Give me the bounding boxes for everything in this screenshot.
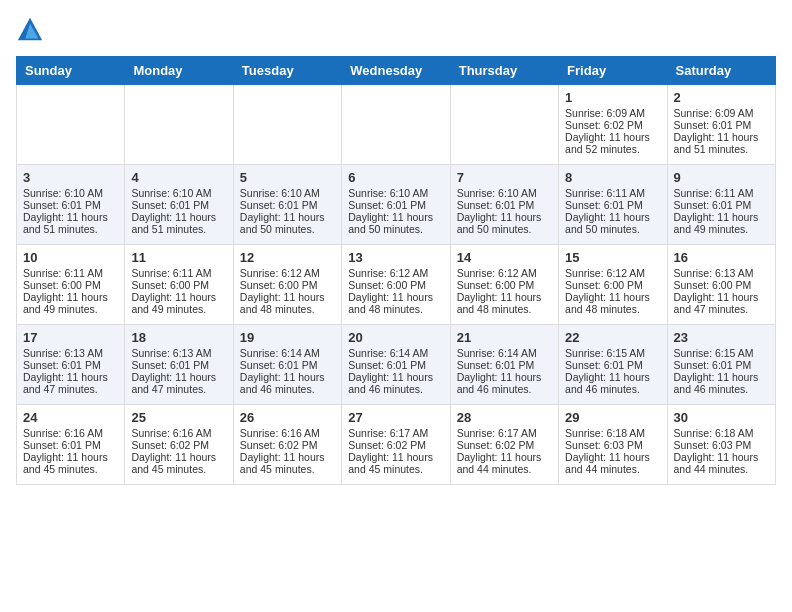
day-number: 14 [457, 250, 552, 265]
calendar-cell: 2Sunrise: 6:09 AMSunset: 6:01 PMDaylight… [667, 85, 775, 165]
day-info-line: Sunrise: 6:10 AM [131, 187, 226, 199]
calendar-cell: 21Sunrise: 6:14 AMSunset: 6:01 PMDayligh… [450, 325, 558, 405]
day-info-line: Sunrise: 6:10 AM [457, 187, 552, 199]
day-number: 9 [674, 170, 769, 185]
day-info-line: Daylight: 11 hours [23, 371, 118, 383]
day-info-line: Sunset: 6:02 PM [565, 119, 660, 131]
day-info-line: Sunrise: 6:16 AM [131, 427, 226, 439]
logo-icon [16, 16, 44, 44]
calendar-cell: 20Sunrise: 6:14 AMSunset: 6:01 PMDayligh… [342, 325, 450, 405]
day-info-line: Sunrise: 6:11 AM [565, 187, 660, 199]
calendar-week-row: 1Sunrise: 6:09 AMSunset: 6:02 PMDaylight… [17, 85, 776, 165]
day-info-line: Sunset: 6:01 PM [457, 359, 552, 371]
day-info-line: Sunrise: 6:18 AM [565, 427, 660, 439]
day-info-line: Sunrise: 6:12 AM [565, 267, 660, 279]
day-info-line: and 46 minutes. [348, 383, 443, 395]
day-info-line: Sunset: 6:02 PM [131, 439, 226, 451]
day-info-line: Daylight: 11 hours [674, 451, 769, 463]
day-info-line: and 44 minutes. [565, 463, 660, 475]
day-info-line: Sunset: 6:01 PM [131, 199, 226, 211]
day-number: 1 [565, 90, 660, 105]
day-info-line: and 49 minutes. [674, 223, 769, 235]
day-info-line: Sunrise: 6:12 AM [348, 267, 443, 279]
calendar-cell: 18Sunrise: 6:13 AMSunset: 6:01 PMDayligh… [125, 325, 233, 405]
day-info-line: Sunrise: 6:13 AM [131, 347, 226, 359]
day-number: 16 [674, 250, 769, 265]
day-info-line: Sunrise: 6:09 AM [565, 107, 660, 119]
day-info-line: Daylight: 11 hours [131, 211, 226, 223]
calendar-cell: 13Sunrise: 6:12 AMSunset: 6:00 PMDayligh… [342, 245, 450, 325]
day-info-line: and 47 minutes. [23, 383, 118, 395]
day-info-line: Sunset: 6:01 PM [240, 359, 335, 371]
day-info-line: Daylight: 11 hours [674, 131, 769, 143]
day-header-saturday: Saturday [667, 57, 775, 85]
calendar-cell [233, 85, 341, 165]
day-info-line: Daylight: 11 hours [674, 371, 769, 383]
day-info-line: Sunrise: 6:17 AM [348, 427, 443, 439]
day-info-line: Sunset: 6:00 PM [131, 279, 226, 291]
day-info-line: Sunrise: 6:18 AM [674, 427, 769, 439]
calendar-table: SundayMondayTuesdayWednesdayThursdayFrid… [16, 56, 776, 485]
day-info-line: and 51 minutes. [23, 223, 118, 235]
day-info-line: Sunset: 6:00 PM [240, 279, 335, 291]
calendar-cell: 22Sunrise: 6:15 AMSunset: 6:01 PMDayligh… [559, 325, 667, 405]
day-info-line: Sunrise: 6:10 AM [240, 187, 335, 199]
day-number: 22 [565, 330, 660, 345]
day-info-line: Sunrise: 6:13 AM [23, 347, 118, 359]
day-number: 6 [348, 170, 443, 185]
day-info-line: and 50 minutes. [348, 223, 443, 235]
day-number: 13 [348, 250, 443, 265]
day-info-line: Sunset: 6:01 PM [240, 199, 335, 211]
calendar-cell [450, 85, 558, 165]
day-number: 10 [23, 250, 118, 265]
calendar-cell: 5Sunrise: 6:10 AMSunset: 6:01 PMDaylight… [233, 165, 341, 245]
day-number: 24 [23, 410, 118, 425]
day-info-line: and 52 minutes. [565, 143, 660, 155]
day-info-line: Sunset: 6:01 PM [674, 199, 769, 211]
day-info-line: Sunset: 6:01 PM [23, 439, 118, 451]
day-info-line: Sunrise: 6:16 AM [240, 427, 335, 439]
calendar-cell: 27Sunrise: 6:17 AMSunset: 6:02 PMDayligh… [342, 405, 450, 485]
day-info-line: Daylight: 11 hours [565, 371, 660, 383]
day-header-monday: Monday [125, 57, 233, 85]
day-info-line: and 51 minutes. [131, 223, 226, 235]
day-info-line: Sunrise: 6:14 AM [457, 347, 552, 359]
day-number: 5 [240, 170, 335, 185]
day-number: 25 [131, 410, 226, 425]
calendar-cell: 29Sunrise: 6:18 AMSunset: 6:03 PMDayligh… [559, 405, 667, 485]
day-info-line: Sunrise: 6:17 AM [457, 427, 552, 439]
day-number: 7 [457, 170, 552, 185]
day-number: 29 [565, 410, 660, 425]
day-info-line: Sunrise: 6:11 AM [131, 267, 226, 279]
day-info-line: Daylight: 11 hours [457, 291, 552, 303]
day-info-line: Daylight: 11 hours [674, 291, 769, 303]
calendar-cell: 17Sunrise: 6:13 AMSunset: 6:01 PMDayligh… [17, 325, 125, 405]
day-info-line: and 45 minutes. [240, 463, 335, 475]
day-number: 15 [565, 250, 660, 265]
day-info-line: and 50 minutes. [565, 223, 660, 235]
day-info-line: Daylight: 11 hours [348, 291, 443, 303]
calendar-cell: 9Sunrise: 6:11 AMSunset: 6:01 PMDaylight… [667, 165, 775, 245]
day-info-line: and 48 minutes. [348, 303, 443, 315]
day-info-line: Daylight: 11 hours [565, 291, 660, 303]
calendar-week-row: 24Sunrise: 6:16 AMSunset: 6:01 PMDayligh… [17, 405, 776, 485]
day-header-friday: Friday [559, 57, 667, 85]
calendar-cell: 3Sunrise: 6:10 AMSunset: 6:01 PMDaylight… [17, 165, 125, 245]
day-info-line: and 48 minutes. [565, 303, 660, 315]
day-info-line: Sunrise: 6:15 AM [674, 347, 769, 359]
calendar-week-row: 3Sunrise: 6:10 AMSunset: 6:01 PMDaylight… [17, 165, 776, 245]
day-info-line: Daylight: 11 hours [457, 211, 552, 223]
calendar-cell: 15Sunrise: 6:12 AMSunset: 6:00 PMDayligh… [559, 245, 667, 325]
day-info-line: Sunrise: 6:10 AM [348, 187, 443, 199]
day-info-line: Daylight: 11 hours [565, 451, 660, 463]
day-info-line: Sunset: 6:00 PM [565, 279, 660, 291]
day-info-line: Sunset: 6:00 PM [457, 279, 552, 291]
day-number: 27 [348, 410, 443, 425]
calendar-cell [125, 85, 233, 165]
calendar-cell: 30Sunrise: 6:18 AMSunset: 6:03 PMDayligh… [667, 405, 775, 485]
day-info-line: and 50 minutes. [457, 223, 552, 235]
calendar-cell: 24Sunrise: 6:16 AMSunset: 6:01 PMDayligh… [17, 405, 125, 485]
day-info-line: Daylight: 11 hours [348, 451, 443, 463]
day-info-line: Daylight: 11 hours [240, 371, 335, 383]
logo [16, 16, 48, 44]
